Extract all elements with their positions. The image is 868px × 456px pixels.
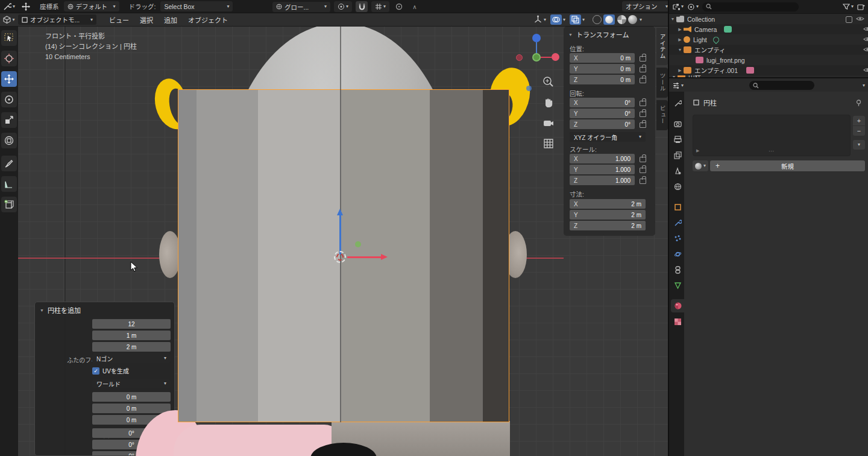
tab-render[interactable] — [671, 117, 684, 130]
xray-dropdown[interactable]: ▾ — [570, 14, 585, 25]
proportional-falloff-dropdown[interactable]: ∧ — [409, 1, 421, 12]
dimensions-x-field[interactable]: X2 m — [570, 199, 646, 209]
tab-constraints[interactable] — [671, 263, 684, 276]
tab-material[interactable] — [671, 299, 685, 312]
slot-list-expand-icon[interactable]: ▶ — [696, 148, 699, 153]
outliner-item-image[interactable]: lugi_front.png — [669, 55, 868, 65]
shading-solid-icon[interactable] — [603, 14, 615, 25]
tab-output[interactable] — [671, 133, 684, 146]
properties-editor-type-button[interactable]: ▾ — [672, 81, 684, 89]
lock-scale-y-icon[interactable] — [640, 168, 646, 173]
properties-search-input[interactable] — [749, 81, 814, 90]
add-slot-button[interactable]: + — [853, 116, 865, 125]
tab-particles[interactable] — [671, 232, 684, 245]
editor-type-button[interactable]: ▾ — [2, 1, 16, 12]
material-slot-list[interactable]: ▶ ⋯ — [693, 115, 851, 156]
options-dropdown[interactable]: オプション ▾ — [622, 1, 671, 11]
tab-tool[interactable] — [671, 97, 684, 110]
lock-scale-z-icon[interactable] — [640, 179, 646, 184]
outliner-filter-dropdown[interactable]: ▾ — [843, 3, 854, 10]
gizmo-x-arrowhead[interactable] — [381, 254, 388, 260]
eye-icon[interactable] — [863, 36, 868, 43]
rotation-mode-dropdown[interactable]: XYZ オイラー角 ▾ — [570, 132, 646, 142]
gizmos-dropdown[interactable]: ▾ — [533, 15, 546, 24]
sidebar-tab-tool[interactable]: ツール — [656, 68, 668, 98]
proportional-editing-toggle[interactable] — [393, 1, 405, 12]
camera-view-icon[interactable] — [542, 117, 555, 130]
remove-slot-button[interactable]: − — [853, 126, 865, 136]
eye-icon[interactable] — [863, 67, 868, 74]
annotate-tool[interactable] — [1, 156, 17, 171]
op-location-x-field[interactable]: 0 m — [92, 392, 171, 402]
outliner-item-light[interactable]: ▶ Light — [669, 34, 868, 45]
panel-collapse-icon[interactable]: ▼ — [568, 33, 573, 37]
add-primitive-tool[interactable] — [1, 197, 17, 212]
dimensions-y-field[interactable]: Y2 m — [570, 210, 646, 220]
tab-view-layer[interactable] — [671, 148, 684, 162]
slot-specials-button[interactable]: ▾ — [853, 140, 865, 150]
rotate-tool[interactable] — [1, 92, 17, 107]
outliner-item-camera[interactable]: ▶ Camera — [669, 24, 868, 34]
editor-separator-vertical[interactable] — [668, 0, 669, 456]
tab-object-data[interactable] — [671, 279, 684, 292]
gizmo-y-dot[interactable] — [355, 241, 361, 247]
lock-rotation-z-icon[interactable] — [640, 122, 646, 128]
drag-tool-dropdown[interactable]: Select Box ▾ — [160, 1, 233, 11]
align-dropdown[interactable]: ワールド ▾ — [92, 379, 171, 388]
outliner-search-input[interactable] — [702, 2, 799, 11]
op-location-y-field[interactable]: 0 m — [92, 404, 171, 413]
lock-location-z-icon[interactable] — [640, 78, 646, 83]
tab-scene[interactable] — [671, 164, 684, 177]
nav-gizmo-y-ball[interactable] — [532, 53, 541, 62]
menu-add[interactable]: 追加 — [159, 15, 183, 25]
tab-texture[interactable] — [671, 315, 684, 328]
browse-material-button[interactable]: ▾ — [693, 160, 708, 171]
orthographic-grid-icon[interactable] — [542, 138, 555, 151]
sidebar-tab-view[interactable]: ビュー — [656, 100, 668, 130]
transform-orientation-dropdown[interactable]: グロー... ▾ — [272, 2, 330, 12]
orientation-dropdown[interactable]: デフォルト ▾ — [64, 1, 119, 11]
snap-target-dropdown[interactable]: ▾ — [371, 1, 389, 12]
depth-field[interactable]: 2 m — [92, 342, 171, 352]
eye-icon[interactable] — [863, 26, 868, 33]
nav-gizmo-z-neg-ball[interactable] — [526, 86, 532, 91]
outliner-display-mode-dropdown[interactable]: ▾ — [672, 3, 684, 11]
tab-modifiers[interactable] — [671, 216, 684, 229]
radius-field[interactable]: 1 m — [92, 331, 171, 340]
outliner-filter-type-dropdown[interactable]: ▾ — [687, 3, 699, 11]
vertices-field[interactable]: 12 — [92, 319, 171, 329]
collection-checkbox[interactable] — [846, 16, 852, 23]
lock-scale-x-icon[interactable] — [640, 157, 646, 162]
scale-y-field[interactable]: Y1.000 — [570, 165, 635, 174]
outliner-item-empty2[interactable]: ▶ エンプティ.001 — [669, 65, 868, 75]
sidebar-tab-item[interactable]: アイテム — [656, 28, 668, 65]
tab-object[interactable] — [671, 200, 684, 214]
mode-dropdown[interactable]: オブジェクトモ... ▾ — [18, 14, 96, 25]
outliner-item-collection[interactable]: ▼ Collection — [669, 14, 868, 24]
menu-object[interactable]: オブジェクト — [183, 15, 233, 25]
shading-rendered-icon[interactable] — [628, 15, 637, 24]
lock-location-x-icon[interactable] — [640, 56, 646, 62]
menu-view[interactable]: ビュー — [104, 15, 134, 25]
select-box-tool[interactable] — [1, 30, 17, 46]
pan-hand-icon[interactable] — [542, 97, 555, 110]
zoom-icon[interactable] — [542, 76, 555, 89]
move-tool[interactable] — [1, 71, 17, 87]
nav-gizmo-z-ball[interactable] — [532, 34, 541, 42]
measure-tool[interactable] — [1, 176, 17, 192]
rotation-y-field[interactable]: Y0° — [570, 109, 635, 118]
cursor-tool[interactable] — [1, 51, 17, 66]
rotation-x-field[interactable]: X0° — [570, 98, 635, 107]
shading-wireframe-icon[interactable] — [593, 15, 602, 24]
lock-rotation-y-icon[interactable] — [640, 112, 646, 117]
tab-world[interactable] — [671, 180, 684, 193]
gizmo-z-arrowhead[interactable] — [337, 209, 343, 215]
nav-gizmo-x-ball[interactable] — [552, 53, 559, 61]
scale-z-field[interactable]: Z1.000 — [570, 176, 635, 185]
snap-toggle[interactable] — [356, 1, 368, 12]
outliner-item-empty1[interactable]: ▼ エンプティ — [669, 45, 868, 55]
pin-icon[interactable] — [855, 100, 862, 106]
cap-fill-dropdown[interactable]: Nゴン ▾ — [92, 353, 171, 363]
eye-icon[interactable] — [863, 46, 868, 54]
editor-separator-horizontal[interactable] — [669, 77, 868, 78]
